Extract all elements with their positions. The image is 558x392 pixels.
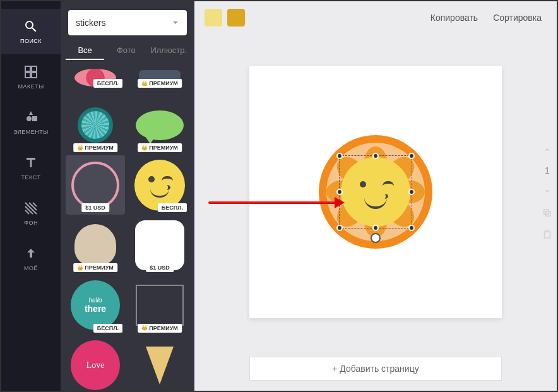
elements-icon [23,110,39,125]
resize-handle[interactable] [336,189,343,195]
badge-premium: ПРЕМИУМ [73,263,117,272]
filter-tabs: Все Фото Иллюстр. [61,42,194,65]
sticker-thumb[interactable]: БЕСПЛ. [66,65,125,90]
page-number: 1 [545,165,550,175]
badge-price: $1 USD [81,203,109,212]
tool-background[interactable]: ФОН [1,191,61,236]
sticker-thumb[interactable]: $1 USD [66,155,125,215]
tab-photo[interactable]: Фото [107,42,145,60]
badge-free: БЕСПЛ. [93,324,122,333]
sticker-thumb[interactable]: ПРЕМИУМ [130,65,189,90]
trash-icon[interactable] [542,229,553,240]
search-input[interactable] [68,10,187,35]
side-panel: Все Фото Иллюстр. БЕСПЛ. ПРЕМИУМ ПРЕМИУМ… [61,1,194,391]
tool-text-label: ТЕКСТ [21,174,41,181]
design-canvas[interactable] [249,66,502,318]
search-icon [23,19,39,34]
text-icon [23,155,39,170]
tab-all[interactable]: Все [66,42,104,60]
color-swatch-1[interactable] [205,9,222,27]
sort-link[interactable]: Сортировка [488,10,547,25]
sticker-thumb[interactable]: $1 USD [130,215,189,275]
layouts-icon [23,64,39,80]
tool-elements[interactable]: ЭЛЕМЕНТЫ [1,100,61,145]
badge-free: БЕСПЛ. [93,79,122,88]
badge-price: $1 USD [146,263,174,272]
canvas-area: Копировать Сортировка [194,1,557,391]
badge-premium: ПРЕМИУМ [138,324,182,333]
sticker-thumb-smiley[interactable]: БЕСПЛ. [130,155,189,215]
chevron-up-icon[interactable] [542,144,553,155]
tool-elements-label: ЭЛЕМЕНТЫ [13,129,49,135]
tool-search-label: ПОИСК [20,38,42,44]
tool-background-label: ФОН [24,220,38,226]
resize-handle[interactable] [408,153,415,159]
tool-layouts-label: МАКЕТЫ [18,83,44,90]
rotate-handle[interactable] [371,233,381,243]
badge-free: БЕСПЛ. [158,203,187,212]
sticker-gallery: БЕСПЛ. ПРЕМИУМ ПРЕМИУМ ПРЕМИУМ $1 USD БЕ… [61,65,194,391]
resize-handle[interactable] [336,153,343,159]
resize-handle[interactable] [336,225,343,231]
tab-illustr[interactable]: Иллюстр. [148,42,189,60]
canvas-topbar: Копировать Сортировка [194,1,557,34]
sticker-thumb[interactable]: Love [66,336,125,391]
sticker-thumb[interactable]: ПРЕМИУМ [130,276,189,335]
sticker-thumb[interactable]: ПРЕМИУМ [130,95,189,155]
tool-uploads[interactable]: МОЁ [1,236,61,282]
add-page-button[interactable]: + Добавить страницу [249,357,502,381]
badge-premium: ПРЕМИУМ [138,143,182,152]
sticker-thumb[interactable]: hellothereБЕСПЛ. [66,276,125,335]
resize-handle[interactable] [372,153,379,159]
resize-handle[interactable] [372,225,379,231]
resize-handle[interactable] [408,225,415,231]
chevron-down-icon[interactable] [542,186,553,197]
sticker-thumb[interactable]: ПРЕМИУМ [66,215,125,275]
sticker-thumb[interactable] [130,336,189,391]
page-rail: 1 [542,144,553,240]
copy-link[interactable]: Копировать [425,10,483,25]
duplicate-icon[interactable] [542,207,553,218]
tool-text[interactable]: ТЕКСТ [1,145,61,191]
tool-search[interactable]: ПОИСК [1,9,61,54]
background-icon [23,201,39,216]
color-swatch-2[interactable] [227,9,245,27]
selection-box[interactable] [339,155,412,229]
upload-icon [23,246,39,261]
badge-premium: ПРЕМИУМ [138,79,182,88]
resize-handle[interactable] [408,189,415,195]
main-toolbar: ПОИСК МАКЕТЫ ЭЛЕМЕНТЫ ТЕКСТ ФОН МОЁ [1,1,61,391]
tool-uploads-label: МОЁ [24,265,38,271]
tool-layouts[interactable]: МАКЕТЫ [1,54,61,100]
sticker-thumb[interactable]: ПРЕМИУМ [66,95,125,155]
badge-premium: ПРЕМИУМ [73,143,117,152]
